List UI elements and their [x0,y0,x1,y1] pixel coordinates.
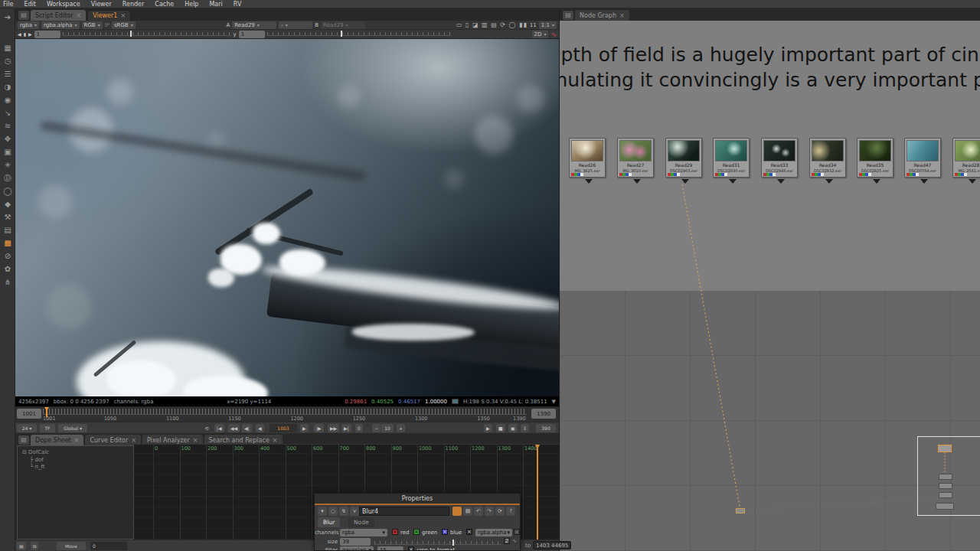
panel-toggle-icon[interactable]: ➔ [0,11,15,23]
menu-viewer[interactable]: Viewer [91,1,112,8]
channels-dropdown[interactable]: rgba▾ [340,529,387,536]
green-checkbox[interactable]: × [413,529,420,535]
goto-start-button[interactable]: |◀ [214,424,224,432]
step-back-button[interactable]: ◀| [242,424,252,432]
clipboard-icon[interactable]: ▤ [17,542,26,550]
read-node[interactable]: Read29DSC02963.exr [665,138,702,178]
to-value-field[interactable]: 1403 44695 [533,541,571,549]
alpha-dropdown[interactable]: rgba.alpha▾ [41,21,80,29]
input-b-dropdown[interactable]: Read29▾ [321,21,365,29]
fps-display[interactable]: 390 [536,424,556,432]
menu-rv[interactable]: RV [234,1,242,8]
triangle-down-icon[interactable]: ▼ [552,399,556,405]
read-node[interactable]: Read34DSC02832.exr [809,138,846,178]
read-node[interactable]: Read47DSC00784.exr [904,138,941,178]
timeline-ruler[interactable]: 1001 10011050110011501200125013001350139… [15,406,559,422]
tab-blur[interactable]: Blur [318,517,340,527]
output-arrow-icon[interactable] [633,179,641,184]
output-arrow-icon[interactable] [585,179,593,184]
toolsets-icon[interactable]: ▤ [0,224,15,236]
close-icon[interactable]: × [120,12,126,19]
prev-keyframe-button[interactable]: ◀◀ [228,424,240,432]
loop-icon[interactable]: ⟲ [201,424,212,432]
input-a-dropdown[interactable]: Read29▾ [232,21,276,29]
fps-dropdown[interactable]: 24 ▾ [17,424,37,432]
lut-dropdown[interactable]: sRGB▾ [112,21,136,29]
transform-icon[interactable]: ✥ [0,133,15,145]
gain-field[interactable]: 1 [34,31,60,38]
timeline-ticks[interactable] [43,409,527,415]
assist-icon[interactable]: ⋔ [0,276,15,288]
prev-icon[interactable]: ◀ [18,31,21,37]
tab-node[interactable]: Node [348,517,374,527]
viewer-display-icons[interactable]: ▭ ▯ ◪ ▥ ▤ ⟳ ◯ ▮▮ [456,21,528,28]
crop-checkbox[interactable]: × [408,546,414,551]
gain-slider[interactable] [63,32,231,36]
filter-dropdown[interactable]: gaussian▾ [340,546,374,551]
goto-end-button[interactable]: ▶| [341,424,351,432]
close-icon[interactable]: × [193,437,198,444]
read-node[interactable]: Read35DSC02825.exr [857,138,893,178]
3d-icon[interactable]: ▣ [0,146,15,158]
stop-icon[interactable]: ■ [496,424,505,432]
layer-icon[interactable]: ≋ [0,120,15,132]
zero-button[interactable]: 0 [355,424,363,432]
output-arrow-icon[interactable] [873,179,880,184]
ocio-icon[interactable]: ⊘ [0,250,15,262]
output-arrow-icon[interactable] [729,179,737,184]
menu-edit[interactable]: Edit [24,1,36,8]
read-node[interactable]: Read33DSC02948.exr [761,138,798,178]
keyer-icon[interactable]: ⚒ [0,211,15,223]
ab-mix-dropdown[interactable]: -▾ [279,21,312,29]
channels-dropdown[interactable]: rgba▾ [18,21,39,29]
next-keyframe-button[interactable]: ▶▶ [328,424,339,432]
output-arrow-icon[interactable] [969,179,976,184]
gamma-slider[interactable] [267,32,451,36]
proxy-ratio-dropdown[interactable]: 1:1▾ [539,21,557,29]
read-node[interactable]: Read31DSC02930.exr [713,138,750,178]
lock-range-icon[interactable]: ▣ [508,424,518,432]
menu-cache[interactable]: Cache [155,1,174,8]
tree-root[interactable]: ⊟ DofCalc [18,446,133,455]
undo-icon[interactable]: ↶ [474,507,483,516]
menu-help[interactable]: Help [185,1,198,8]
decrement-button[interactable]: − [372,424,381,432]
particles-icon[interactable]: ✳ [0,159,15,171]
next-icon[interactable]: ▶ [28,31,32,37]
alpha-checkbox[interactable]: × [466,529,472,535]
close-icon[interactable]: × [76,12,81,19]
alpha-channel-dropdown[interactable]: rgba.alpha▾ [475,529,512,536]
animation-curve-icon[interactable]: ∿ [512,538,517,544]
pane-menu-icon[interactable]: ▤ [18,435,29,445]
bar-icon[interactable]: ▮ [24,31,26,37]
range-mode-dropdown[interactable]: Global ▾ [58,424,87,432]
selection-box[interactable] [917,436,980,516]
graph-node[interactable] [936,503,954,510]
play-backward-button[interactable]: ◀ [256,424,264,432]
help-icon[interactable]: ? [506,507,515,516]
plugins-icon[interactable]: ▩ [0,237,15,249]
tree-item[interactable]: ├ dof [18,455,133,463]
layers-icon[interactable]: ⧉ [31,542,38,550]
dope-sheet-tree[interactable]: ⊟ DofCalc ├ dof └ n_ft [17,445,134,540]
close-icon[interactable]: × [131,437,136,444]
flower-icon[interactable]: ✿ [0,263,15,275]
move-button[interactable]: Move [57,542,86,550]
read-node[interactable]: Read26MG_3625.exr [569,138,606,178]
filter-icon[interactable]: ◉ [0,94,15,106]
tab-curve-editor[interactable]: Curve Editor × [85,435,141,445]
range-start-field[interactable]: 1001 [17,409,41,419]
graph-node[interactable] [939,474,952,480]
close-icon[interactable]: × [273,437,278,444]
pane-menu-icon[interactable]: ▤ [18,11,29,20]
deep-icon[interactable]: Ⓓ [0,172,15,184]
output-arrow-icon[interactable] [681,179,689,184]
playback-mode-icon[interactable]: ▶ [484,424,492,432]
viewer-image[interactable] [15,39,559,396]
node-circle-icon[interactable]: ○ [328,507,338,516]
graph-node[interactable] [939,492,952,498]
blue-checkbox[interactable]: × [442,529,448,535]
views-icon[interactable]: ◯ [0,185,15,197]
split-wh-button[interactable]: 2 [504,538,510,544]
tree-item[interactable]: └ n_ft [18,463,133,470]
